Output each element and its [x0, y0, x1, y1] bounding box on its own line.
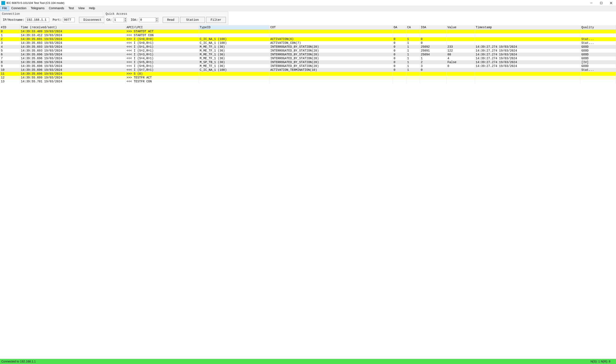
disconnect-button[interactable]: Disconnect — [79, 17, 105, 23]
column-header[interactable]: OA — [393, 25, 406, 29]
table-cell: 14:39:35.696 19/03/2024 — [20, 60, 126, 64]
station-button[interactable]: Station — [180, 17, 205, 23]
filter-button[interactable]: Filter — [206, 17, 226, 23]
table-cell: Stat... — [580, 41, 616, 45]
table-cell — [393, 33, 406, 37]
table-cell — [420, 33, 447, 37]
table-row[interactable]: 614:39:35.696 19/03/2024<<< I (S=3,R=1)M… — [0, 52, 616, 56]
table-cell: 14:39:35.696 19/03/2024 — [20, 56, 126, 60]
menu-test[interactable]: Test — [66, 6, 76, 11]
table-cell — [580, 33, 616, 37]
menu-view[interactable]: View — [76, 6, 87, 11]
close-button[interactable] — [606, 0, 616, 6]
table-cell — [269, 29, 393, 33]
table-row[interactable]: 1214:39:55.699 19/03/2024>>> TESTFR ACT — [0, 76, 616, 79]
table-cell — [269, 79, 393, 83]
table-cell: INTERROGATED_BY_STATION(20) — [269, 60, 393, 64]
table-cell: 12 — [0, 76, 20, 79]
table-cell — [393, 29, 406, 33]
table-row[interactable]: 214:39:35.691 19/03/2024>>> I (S=0,R=0)C… — [0, 37, 616, 41]
ioa-up-icon[interactable]: ▲ — [156, 18, 158, 20]
table-cell — [475, 79, 580, 83]
table-cell: 0 — [393, 56, 406, 60]
menu-connection[interactable]: Connection — [9, 6, 29, 11]
table-cell: 0 — [393, 45, 406, 49]
ca-input[interactable] — [113, 17, 124, 22]
table-cell: <<< I (S=3,R=1) — [126, 52, 199, 56]
table-cell: <<< I (S=4,R=1) — [126, 56, 199, 60]
table-cell: 3 — [420, 64, 447, 68]
table-row[interactable]: 914:39:35.696 19/03/2024<<< I (S=6,R=1)M… — [0, 64, 616, 68]
table-cell: <<< I (S=6,R=1) — [126, 64, 199, 68]
table-cell: 0 — [393, 41, 406, 45]
table-cell — [580, 72, 616, 76]
table-row[interactable]: 414:39:35.693 19/03/2024<<< I (S=1,R=1)M… — [0, 45, 616, 49]
table-cell: 14:39:33.412 19/03/2024 — [20, 33, 126, 37]
table-cell — [446, 68, 475, 72]
column-header[interactable]: #ID — [0, 25, 20, 29]
table-cell — [269, 72, 393, 76]
maximize-button[interactable] — [596, 0, 606, 6]
table-cell: 1 — [420, 56, 447, 60]
table-row[interactable]: 314:39:35.693 19/03/2024<<< I (S=0,R=1)C… — [0, 41, 616, 45]
read-button[interactable]: Read — [163, 17, 179, 23]
table-cell: 14:39:35.693 19/03/2024 — [20, 41, 126, 45]
menu-telegrams[interactable]: Telegrams — [28, 6, 47, 11]
column-header[interactable]: Timestamp — [475, 25, 580, 29]
minimize-button[interactable] — [587, 0, 596, 6]
table-cell: 14:39:27.274 19/03/2024 — [475, 60, 580, 64]
table-cell — [406, 33, 420, 37]
table-cell — [393, 72, 406, 76]
ca-down-icon[interactable]: ▼ — [124, 20, 126, 22]
table-cell: 14:39:27.274 19/03/2024 — [475, 56, 580, 60]
table-row[interactable]: 1014:39:35.696 19/03/2024<<< I (S=7,R=1)… — [0, 68, 616, 72]
table-cell: 2 — [0, 37, 20, 41]
table-cell: 14:39:35.696 19/03/2024 — [20, 52, 126, 56]
column-header[interactable]: TypeID — [199, 25, 269, 29]
table-row[interactable]: 514:39:35.693 19/03/2024<<< I (S=2,R=1)M… — [0, 49, 616, 52]
table-cell: 0 — [420, 68, 447, 72]
menu-help[interactable]: Help — [87, 6, 97, 11]
table-row[interactable]: 1114:39:35.696 19/03/2024>>> S (8) — [0, 72, 616, 76]
table-cell: M_SP_TB_1 (30) — [199, 60, 269, 64]
table-row[interactable]: 014:39:33.409 19/03/2024>>> STARTDT ACT — [0, 29, 616, 33]
table-cell — [420, 29, 447, 33]
ioa-down-icon[interactable]: ▼ — [156, 20, 158, 22]
table-cell: 88 — [446, 52, 475, 56]
column-header[interactable]: Value — [446, 25, 475, 29]
table-cell: 0 — [446, 64, 475, 68]
table-cell: <<< I (S=7,R=1) — [126, 68, 199, 72]
column-header[interactable]: CA — [406, 25, 420, 29]
ip-input[interactable] — [26, 17, 49, 22]
menu-commands[interactable]: Commands — [47, 6, 66, 11]
table-cell: 25091 — [420, 49, 447, 52]
table-cell — [406, 72, 420, 76]
ioa-label: IOA: — [131, 18, 138, 22]
table-cell: M_ME_TF_1 (36) — [199, 52, 269, 56]
table-cell: 2 — [420, 60, 447, 64]
table-cell: INTERROGATED_BY_STATION(20) — [269, 45, 393, 49]
column-header[interactable]: Time (received/sent) — [20, 25, 126, 29]
table-cell: INTERROGATED_BY_STATION(20) — [269, 64, 393, 68]
column-header[interactable]: Quality — [580, 25, 616, 29]
column-header[interactable]: COT — [269, 25, 393, 29]
column-header[interactable]: APCI/LPCI — [126, 25, 199, 29]
app-icon — [1, 1, 5, 5]
column-header[interactable]: IOA — [420, 25, 447, 29]
port-input[interactable] — [63, 17, 75, 22]
table-cell: >>> S (8) — [126, 72, 199, 76]
table-row[interactable]: 814:39:35.696 19/03/2024<<< I (S=5,R=1)M… — [0, 60, 616, 64]
table-cell — [393, 76, 406, 79]
table-row[interactable]: 714:39:35.696 19/03/2024<<< I (S=4,R=1)M… — [0, 56, 616, 60]
table-cell — [475, 29, 580, 33]
menu-file[interactable]: File — [0, 6, 9, 11]
ioa-input[interactable] — [139, 17, 155, 22]
table-cell — [446, 29, 475, 33]
table-cell: 8 — [0, 60, 20, 64]
table-row[interactable]: 1314:39:55.701 19/03/2024<<< TESTFR CON — [0, 79, 616, 83]
port-label: Port: — [53, 18, 62, 22]
ca-up-icon[interactable]: ▲ — [124, 18, 126, 20]
table-row[interactable]: 114:39:33.412 19/03/2024<<< STARTDT CON — [0, 33, 616, 37]
telegram-grid[interactable]: #IDTime (received/sent)APCI/LPCITypeIDCO… — [0, 25, 616, 359]
table-cell: >>> STARTDT ACT — [126, 29, 199, 33]
